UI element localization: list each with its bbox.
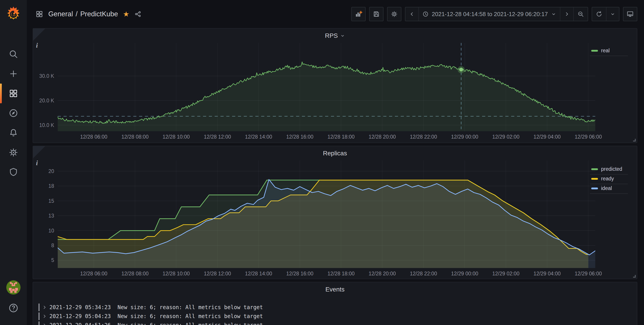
x-tick-label: 12/29 02:00 [492,134,520,140]
y-tick-label: 20 [48,168,54,174]
rps-chart[interactable] [58,43,595,131]
dashboard-grid-icon[interactable] [35,10,44,18]
panel-resize-handle[interactable] [632,274,636,278]
x-tick-label: 12/29 00:00 [451,271,478,277]
panel-replicas: i Replicas 581013151820 12/28 06:0012/28… [33,146,637,279]
log-expand-caret-icon[interactable] [42,314,47,319]
x-tick-label: 12/28 06:00 [80,271,108,277]
refresh-interval-dropdown[interactable] [606,7,619,21]
chevron-right-icon [564,11,570,17]
sidebar-item-help[interactable] [0,301,27,315]
legend-swatch [591,178,598,180]
sidebar-item-alerting[interactable] [0,123,27,143]
resize-icon [632,137,636,142]
sidebar-item-create[interactable] [0,64,27,84]
add-panel-button[interactable] [351,7,366,21]
grafana-flame-icon [5,6,22,22]
log-expand-caret-icon[interactable] [42,323,47,325]
plus-icon [8,69,18,79]
panel-resize-handle[interactable] [632,137,636,142]
legend-item-ready[interactable]: ready [590,175,628,184]
log-row[interactable]: 2021-12-29 05:34:23New size: 6; reason: … [38,303,632,312]
legend-item-ideal[interactable]: ideal [590,184,628,194]
x-tick-label: 12/28 14:00 [245,134,272,140]
x-tick-label: 12/28 16:00 [286,134,314,140]
favorite-star-icon[interactable]: ★ [123,10,130,18]
cycle-view-mode-button[interactable] [623,7,637,21]
panel-events: Events 2021-12-29 05:34:23New size: 6; r… [33,282,637,325]
x-tick-label: 12/28 22:00 [410,134,437,140]
panel-title-rps[interactable]: RPS [33,32,637,39]
bell-icon [8,128,18,138]
x-tick-label: 12/28 20:00 [369,134,396,140]
x-tick-label: 12/29 04:00 [534,271,561,277]
replicas-y-axis: 581013151820 [33,160,54,268]
dashboard-breadcrumb[interactable]: General / PredictKube [48,10,118,18]
dashboard-settings-button[interactable] [387,7,402,21]
x-tick-label: 12/28 16:00 [286,271,314,277]
x-tick-label: 12/28 06:00 [80,134,108,140]
events-log-list: 2021-12-29 05:34:23New size: 6; reason: … [38,303,632,325]
log-timestamp: 2021-12-29 05:04:23 [50,313,111,320]
refresh-dashboard-button[interactable] [592,7,606,21]
sidebar-item-explore[interactable] [0,103,27,123]
user-avatar[interactable] [6,280,20,295]
help-icon [8,303,18,313]
save-dashboard-button[interactable] [369,7,384,21]
breadcrumb-title[interactable]: PredictKube [80,10,118,18]
sidebar-item-search[interactable] [0,44,27,64]
time-shift-back-button[interactable] [406,7,418,21]
zoom-out-time-button[interactable] [573,7,588,21]
legend-label: ready [601,176,614,182]
gear-icon [8,148,18,157]
time-shift-forward-button[interactable] [560,7,573,21]
y-tick-label: 10.0 K [39,122,54,128]
sidebar-item-dashboards[interactable] [0,84,27,103]
topbar-actions: 2021-12-28 04:14:58 to 2021-12-29 06:20:… [351,7,637,21]
panel-title-replicas[interactable]: Replicas [33,150,637,157]
breadcrumb: General / PredictKube ★ [35,10,142,18]
legend-label: real [601,48,610,54]
share-icon[interactable] [134,10,142,18]
compass-icon [8,108,18,118]
legend-item-predicted[interactable]: predicted [590,165,628,175]
panel-title-text: Replicas [323,150,347,157]
chevron-down-icon [610,11,616,17]
sidebar [0,0,27,325]
panel-rps: i RPS 10.0 K20.0 K30.0 K 12/28 06:0012/2… [33,28,637,143]
x-tick-label: 12/28 12:00 [204,271,231,277]
dashboards-grid-icon [8,88,18,98]
sidebar-item-configuration[interactable] [0,143,27,162]
log-message: New size: 6; reason: All metrics below t… [118,322,263,325]
log-row[interactable]: 2021-12-29 05:04:23New size: 6; reason: … [38,312,632,321]
grafana-logo[interactable] [0,0,27,28]
log-row[interactable]: 2021-12-29 04:51:26New size: 6; reason: … [38,321,632,325]
y-tick-label: 15 [48,198,54,204]
x-tick-label: 12/28 08:00 [122,134,149,140]
y-tick-label: 18 [48,183,54,189]
rps-legend: real [590,46,628,56]
sidebar-bottom [0,280,27,325]
panel-title-events[interactable]: Events [33,286,637,293]
time-range-picker[interactable]: 2021-12-28 04:14:58 to 2021-12-29 06:20:… [418,7,560,21]
replicas-chart[interactable] [58,160,595,268]
dashboard-canvas: i RPS 10.0 K20.0 K30.0 K 12/28 06:0012/2… [27,28,644,325]
x-tick-label: 12/28 14:00 [245,271,272,277]
log-expand-caret-icon[interactable] [42,305,47,310]
y-tick-label: 30.0 K [39,73,54,79]
panel-menu-caret-icon [340,33,345,38]
replicas-legend: predictedreadyideal [590,165,628,194]
log-level-bar [38,313,40,320]
sidebar-item-server-admin[interactable] [0,162,27,182]
legend-label: ideal [601,185,612,191]
x-tick-label: 12/29 02:00 [492,271,520,277]
replicas-chart-svg [58,160,595,268]
y-tick-label: 5 [51,257,54,263]
breadcrumb-folder[interactable]: General [48,10,73,18]
legend-swatch [591,168,598,170]
legend-item-real[interactable]: real [590,46,628,56]
shield-icon [8,167,18,177]
breadcrumb-separator: / [76,10,78,18]
log-message: New size: 6; reason: All metrics below t… [118,304,263,311]
legend-swatch [591,50,598,52]
